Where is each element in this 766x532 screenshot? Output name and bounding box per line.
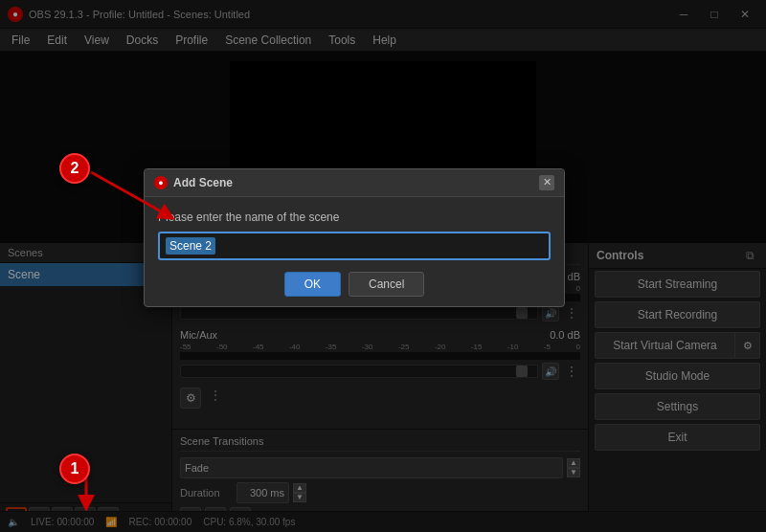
dialog-buttons: OK Cancel bbox=[158, 272, 551, 297]
dialog-titlebar: ● Add Scene ✕ bbox=[145, 169, 564, 197]
dialog-cancel-button[interactable]: Cancel bbox=[349, 272, 424, 297]
dialog-body: Please enter the name of the scene Scene… bbox=[145, 197, 564, 306]
annotation-1: 1 bbox=[59, 454, 90, 484]
dialog-title: Add Scene bbox=[173, 176, 233, 189]
dialog-icon: ● bbox=[154, 176, 168, 189]
dialog-ok-button[interactable]: OK bbox=[284, 272, 341, 297]
dialog-close-button[interactable]: ✕ bbox=[539, 175, 554, 190]
add-scene-dialog: ● Add Scene ✕ Please enter the name of t… bbox=[144, 168, 565, 307]
dialog-input-wrapper: Scene 2 bbox=[158, 232, 551, 260]
dialog-prompt: Please enter the name of the scene bbox=[158, 211, 551, 224]
dialog-overlay: ● Add Scene ✕ Please enter the name of t… bbox=[0, 0, 766, 532]
annotation-2: 2 bbox=[59, 153, 90, 184]
dialog-input-selected[interactable]: Scene 2 bbox=[166, 237, 215, 255]
